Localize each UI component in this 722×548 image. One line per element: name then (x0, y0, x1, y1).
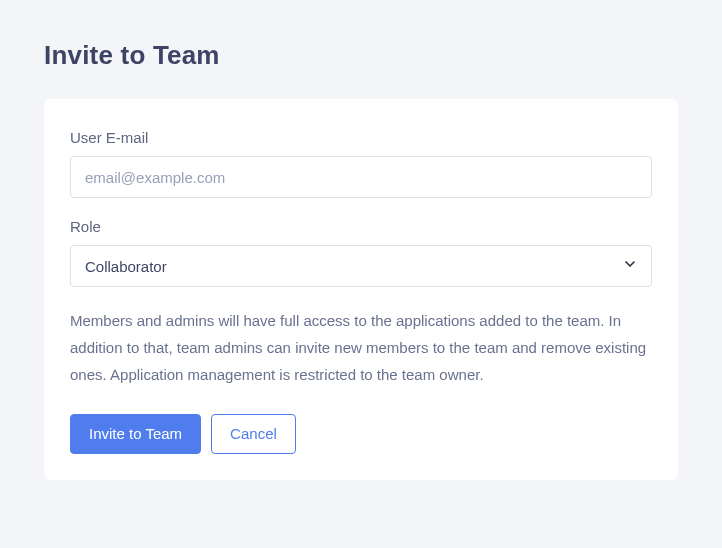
page-title: Invite to Team (44, 40, 678, 71)
button-row: Invite to Team Cancel (70, 414, 652, 454)
role-select[interactable]: Collaborator (70, 245, 652, 287)
invite-to-team-button[interactable]: Invite to Team (70, 414, 201, 454)
invite-form-card: User E-mail Role Collaborator Members an… (44, 99, 678, 480)
cancel-button[interactable]: Cancel (211, 414, 296, 454)
email-field[interactable] (70, 156, 652, 198)
email-label: User E-mail (70, 129, 652, 146)
role-label: Role (70, 218, 652, 235)
role-form-group: Role Collaborator (70, 218, 652, 287)
role-description: Members and admins will have full access… (70, 307, 652, 388)
email-form-group: User E-mail (70, 129, 652, 198)
